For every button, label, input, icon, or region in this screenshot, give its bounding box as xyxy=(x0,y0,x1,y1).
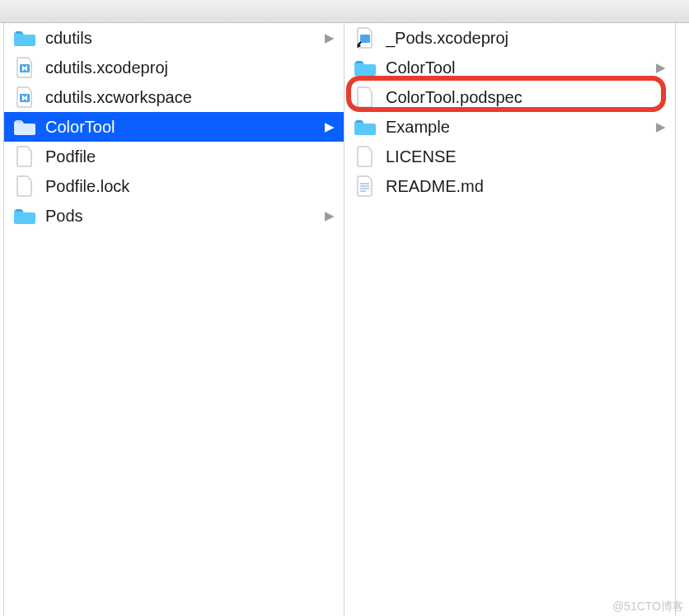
list-item[interactable]: LICENSE xyxy=(344,142,675,171)
item-label: ColorTool.podspec xyxy=(386,88,668,107)
chevron-right-icon: ▶ xyxy=(654,119,668,134)
watermark: @51CTO博客 xyxy=(612,600,684,614)
list-item[interactable]: cdutils ▶ xyxy=(4,23,344,53)
folder-icon xyxy=(12,114,37,139)
xcodeproj-alias-icon xyxy=(353,26,377,50)
chevron-right-icon: ▶ xyxy=(654,60,668,75)
item-label: Podfile xyxy=(45,147,337,166)
item-label: ColorTool xyxy=(386,58,654,77)
toolbar xyxy=(0,0,689,23)
finder-columns: cdutils ▶ cdutils.xcodeproj cdutils.xcwo… xyxy=(0,23,689,616)
svg-rect-2 xyxy=(360,35,370,43)
column-right: _Pods.xcodeproj ColorTool ▶ ColorTool.po… xyxy=(344,23,676,616)
item-label: Podfile.lock xyxy=(45,177,337,196)
item-label: LICENSE xyxy=(386,147,668,166)
column-left: cdutils ▶ cdutils.xcodeproj cdutils.xcwo… xyxy=(3,23,344,616)
file-icon xyxy=(353,144,377,169)
file-icon xyxy=(12,174,37,198)
list-item[interactable]: cdutils.xcworkspace xyxy=(4,82,344,112)
markdown-icon xyxy=(353,174,377,198)
list-item[interactable]: README.md xyxy=(344,171,675,201)
list-item[interactable]: ColorTool ▶ xyxy=(344,53,675,82)
folder-icon xyxy=(12,26,37,50)
item-label: cdutils.xcodeproj xyxy=(45,58,337,77)
list-item[interactable]: Example ▶ xyxy=(344,112,675,142)
file-icon xyxy=(353,85,377,110)
list-item[interactable]: Podfile.lock xyxy=(4,171,344,201)
file-icon xyxy=(12,144,37,169)
item-label: Pods xyxy=(45,207,322,226)
folder-icon xyxy=(353,55,377,80)
item-label: cdutils xyxy=(45,29,322,48)
list-item[interactable]: cdutils.xcodeproj xyxy=(4,53,344,82)
folder-icon xyxy=(12,203,37,228)
list-item[interactable]: Pods ▶ xyxy=(4,201,344,231)
xcworkspace-icon xyxy=(12,85,37,110)
folder-icon xyxy=(353,114,377,139)
list-item[interactable]: _Pods.xcodeproj xyxy=(344,23,675,53)
xcodeproj-icon xyxy=(12,55,37,80)
list-item-highlighted[interactable]: ColorTool.podspec xyxy=(344,82,675,112)
item-label: cdutils.xcworkspace xyxy=(45,88,337,107)
item-label: README.md xyxy=(386,177,668,196)
list-item[interactable]: Podfile xyxy=(4,142,344,171)
list-item-selected[interactable]: ColorTool ▶ xyxy=(4,112,344,142)
chevron-right-icon: ▶ xyxy=(322,119,337,134)
item-label: _Pods.xcodeproj xyxy=(386,29,668,48)
chevron-right-icon: ▶ xyxy=(322,208,337,223)
chevron-right-icon: ▶ xyxy=(322,30,337,45)
item-label: ColorTool xyxy=(45,118,322,137)
item-label: Example xyxy=(386,118,654,137)
